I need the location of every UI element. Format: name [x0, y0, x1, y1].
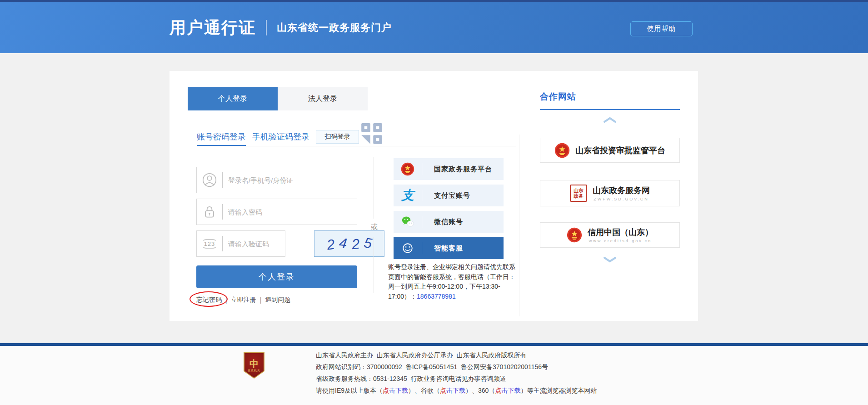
password-field — [196, 199, 357, 225]
alt-login-wechat[interactable]: 微信账号 — [394, 211, 504, 233]
partners-title-underline — [540, 109, 680, 110]
government-badge-icon: 中 党政机关 — [244, 352, 264, 379]
username-input[interactable] — [223, 167, 357, 193]
partners-section: 合作网站 山东省投资审批监管平台 — [540, 71, 680, 321]
national-emblem-icon — [567, 227, 582, 243]
header: 用户通行证 山东省统一政务服务门户 使用帮助 — [0, 2, 868, 53]
browser-note-segment: ）、360（ — [465, 387, 495, 394]
lock-icon — [197, 205, 222, 219]
footer-line-2: 政府网站识别码：3700000092 鲁ICP备05051451 鲁公网安备37… — [316, 361, 597, 373]
shandong-seal-icon: 山东政务 — [570, 185, 587, 202]
browser-note-segment: ）等主流浏览器浏览本网站 — [520, 387, 597, 394]
user-icon — [197, 173, 222, 187]
methods-divider — [197, 146, 516, 146]
alt-divider — [422, 163, 422, 175]
title-divider — [266, 20, 267, 35]
alt-login-label: 支付宝账号 — [434, 191, 470, 200]
forgot-password-link[interactable]: 忘记密码 — [196, 296, 222, 304]
download-link-ie[interactable]: 点击下载 — [383, 387, 408, 394]
link-separator: | — [225, 296, 227, 304]
partner-name: 山东省投资审批监管平台 — [575, 145, 665, 156]
partner-investment-platform[interactable]: 山东省投资审批监管平台 — [540, 138, 680, 163]
alt-divider — [422, 190, 422, 201]
footer: 中 党政机关 山东省人民政府主办 山东省人民政府办公厅承办 山东省人民政府版权所… — [0, 346, 868, 405]
captcha-input[interactable] — [223, 231, 285, 256]
or-divider-top — [374, 157, 374, 219]
or-divider-bottom — [374, 237, 374, 293]
alt-login-national-platform[interactable]: 国家政务服务平台 — [394, 158, 504, 180]
browser-note-segment: ）、谷歌（ — [408, 387, 440, 394]
download-link-360[interactable]: 点击下载 — [495, 387, 520, 394]
username-field — [196, 167, 357, 193]
captcha-field: 123 — [196, 230, 285, 257]
method-qr-login[interactable]: 扫码登录 — [316, 130, 359, 144]
browser-note-segment: 请使用IE9及以上版本（ — [316, 387, 383, 394]
alt-login-alipay[interactable]: 支 支付宝账号 — [394, 185, 504, 206]
captcha-code: 2425 — [322, 235, 376, 252]
partners-title: 合作网站 — [540, 91, 576, 103]
partner-shandong-service-site[interactable]: 山东政务 山东政务服务网 ZWFW.SD.GOV.CN — [540, 180, 680, 206]
partner-name: 信用中国（山东） — [588, 227, 653, 238]
tab-personal-login[interactable]: 个人登录 — [188, 87, 278, 110]
partner-name: 山东政务服务网 — [593, 185, 650, 196]
site-title: 用户通行证 — [170, 17, 256, 39]
problem-link[interactable]: 遇到问题 — [265, 296, 290, 304]
download-link-chrome[interactable]: 点击下载 — [440, 387, 465, 394]
smart-service-robot-icon — [394, 241, 422, 255]
wechat-icon — [394, 215, 422, 229]
alt-divider — [422, 242, 422, 254]
partner-credit-china[interactable]: 信用中国（山东） www.creditsd.gov.cn — [540, 222, 680, 248]
alt-divider — [422, 216, 422, 228]
login-panel: 个人登录 法人登录 账号密码登录 手机验证码登录 扫码登录 — [170, 71, 698, 321]
national-emblem-icon — [554, 143, 570, 158]
site-subtitle: 山东省统一政务服务门户 — [277, 21, 392, 35]
login-methods: 账号密码登录 手机验证码登录 扫码登录 — [197, 130, 359, 144]
service-phone-link[interactable]: 18663778981 — [417, 293, 456, 300]
link-separator: | — [260, 296, 262, 304]
alt-login-label: 国家政务服务平台 — [434, 165, 492, 174]
footer-text: 山东省人民政府主办 山东省人民政府办公厅承办 山东省人民政府版权所有 政府网站识… — [316, 349, 597, 396]
partner-url: ZWFW.SD.GOV.CN — [593, 197, 650, 201]
numbers-123-icon: 123 — [197, 239, 222, 249]
partner-url: www.creditsd.gov.cn — [588, 239, 653, 243]
brand: 用户通行证 山东省统一政务服务门户 — [170, 2, 392, 53]
alt-login-smart-service[interactable]: 智能客服 — [394, 237, 504, 259]
alipay-icon: 支 — [394, 189, 422, 202]
qr-code-icon[interactable] — [360, 122, 383, 146]
helper-links: 忘记密码 | 立即注册 | 遇到问题 — [196, 296, 290, 304]
login-tabs: 个人登录 法人登录 — [188, 87, 368, 110]
footer-line-4: 请使用IE9及以上版本（点击下载）、谷歌（点击下载）、360（点击下载）等主流浏… — [316, 385, 597, 396]
service-note: 账号登录注册、企业绑定相关问题请优先联系页面中的智能客服系统，客服电话（工作日：… — [388, 262, 521, 301]
footer-line-1: 山东省人民政府主办 山东省人民政府办公厅承办 山东省人民政府版权所有 — [316, 349, 597, 361]
method-sms-login[interactable]: 手机验证码登录 — [252, 131, 309, 142]
alt-login-label: 微信账号 — [434, 218, 463, 226]
help-button[interactable]: 使用帮助 — [630, 21, 693, 36]
tab-legal-login[interactable]: 法人登录 — [278, 87, 368, 110]
badge-label: 党政机关 — [248, 369, 260, 373]
personal-login-button[interactable]: 个人登录 — [196, 265, 357, 288]
national-emblem-icon — [394, 162, 422, 176]
method-password-login[interactable]: 账号密码登录 — [197, 131, 246, 142]
alt-login-label: 智能客服 — [434, 244, 463, 253]
or-text: 或 — [368, 223, 380, 231]
chevron-down-icon[interactable] — [603, 256, 617, 263]
password-input[interactable] — [223, 199, 357, 225]
chevron-up-icon[interactable] — [603, 116, 617, 123]
register-link[interactable]: 立即注册 — [231, 296, 256, 304]
footer-line-3: 省级政务服务热线：0531-12345 行政业务咨询电话见办事咨询频道 — [316, 373, 597, 385]
partners-divider — [519, 135, 519, 316]
